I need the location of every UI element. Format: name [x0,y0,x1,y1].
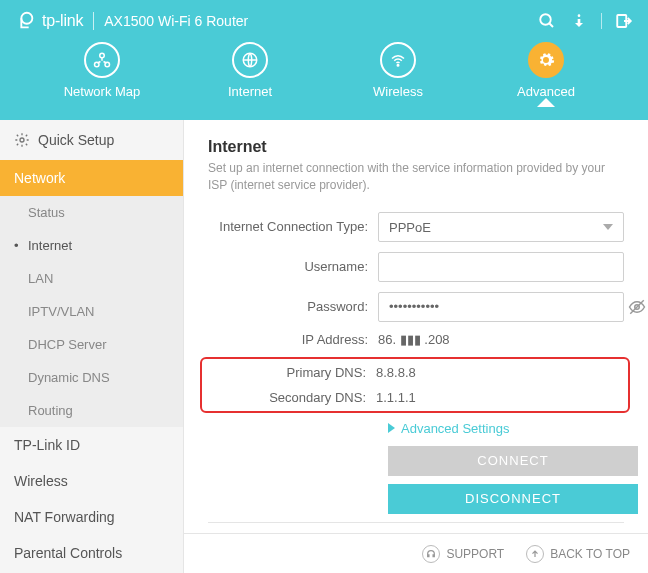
sidebar-sub-iptvvlan[interactable]: IPTV/VLAN [0,295,183,328]
sidebar-sub-ddns[interactable]: Dynamic DNS [0,361,183,394]
sidebar: Quick Setup Network Status Internet LAN … [0,120,184,573]
update-icon[interactable] [569,11,589,31]
arrow-up-icon [526,545,544,563]
sidebar-sub-routing[interactable]: Routing [0,394,183,427]
nav-network-map[interactable]: Network Map [57,42,147,99]
main-area: Quick Setup Network Status Internet LAN … [0,120,648,573]
row-primary-dns: Primary DNS: 8.8.8.8 [206,365,624,380]
support-label: SUPPORT [446,547,504,561]
nav-label: Wireless [373,84,423,99]
logout-icon[interactable] [614,11,634,31]
value-primary-dns: 8.8.8.8 [376,365,624,380]
nav-advanced[interactable]: Advanced [501,42,591,99]
triangle-right-icon [388,423,395,433]
sidebar-item-tplinkid[interactable]: TP-Link ID [0,427,183,463]
tplink-logo-icon [14,10,36,32]
gear-icon [537,51,555,69]
label-secondary-dns: Secondary DNS: [206,390,376,405]
top-nav: Network Map Internet Wireless Advanced [0,42,648,99]
header-divider [93,12,94,30]
brand-text: tp-link [42,12,83,30]
connect-button[interactable]: CONNECT [388,446,638,476]
section-separator [208,522,624,523]
logo-block: tp-link [14,10,83,32]
svg-line-2 [549,23,553,27]
nav-label: Internet [228,84,272,99]
support-link[interactable]: SUPPORT [422,545,504,563]
globe-icon [241,51,259,69]
svg-point-9 [397,65,399,67]
label-ip: IP Address: [208,332,378,347]
svg-point-3 [578,14,581,17]
sidebar-quick-setup[interactable]: Quick Setup [0,120,183,160]
label-conn-type: Internet Connection Type: [208,219,378,234]
input-username[interactable] [378,252,624,282]
model-name: AX1500 Wi-Fi 6 Router [104,13,248,29]
header: tp-link AX1500 Wi-Fi 6 Router Network Ma… [0,0,648,120]
footer: SUPPORT BACK TO TOP [184,533,648,573]
network-map-icon [93,51,111,69]
header-bar: tp-link AX1500 Wi-Fi 6 Router [0,0,648,42]
dns-highlight-box: Primary DNS: 8.8.8.8 Secondary DNS: 1.1.… [200,357,630,413]
headset-icon [422,545,440,563]
gear-outline-icon [14,132,30,148]
advanced-settings-toggle[interactable]: Advanced Settings [388,421,624,436]
disconnect-button[interactable]: DISCONNECT [388,484,638,514]
value-ip: 86. ▮▮▮ .208 [378,332,624,347]
label-primary-dns: Primary DNS: [206,365,376,380]
header-separator [601,13,602,29]
select-conn-type-value: PPPoE [389,220,431,235]
wifi-icon [389,51,407,69]
svg-point-0 [21,13,32,24]
sidebar-item-parental[interactable]: Parental Controls [0,535,183,571]
page-description: Set up an internet connection with the s… [208,160,624,194]
nav-label: Advanced [517,84,575,99]
row-username: Username: [208,252,624,282]
row-ip: IP Address: 86. ▮▮▮ .208 [208,332,624,347]
svg-point-1 [540,14,551,25]
sidebar-sub-internet[interactable]: Internet [0,229,183,262]
select-conn-type[interactable]: PPPoE [378,212,624,242]
advanced-settings-label: Advanced Settings [401,421,509,436]
row-conn-type: Internet Connection Type: PPPoE [208,212,624,242]
eye-off-icon[interactable] [628,298,646,320]
sidebar-quick-setup-label: Quick Setup [38,132,114,148]
search-icon[interactable] [537,11,557,31]
value-secondary-dns: 1.1.1.1 [376,390,624,405]
row-password: Password: [208,292,624,322]
svg-point-10 [20,138,24,142]
row-secondary-dns: Secondary DNS: 1.1.1.1 [206,390,624,405]
sidebar-item-network[interactable]: Network [0,160,183,196]
sidebar-item-natforwarding[interactable]: NAT Forwarding [0,499,183,535]
nav-internet[interactable]: Internet [205,42,295,99]
label-password: Password: [208,299,378,314]
label-username: Username: [208,259,378,274]
chevron-down-icon [603,224,613,230]
sidebar-sub-dhcp[interactable]: DHCP Server [0,328,183,361]
sidebar-sub-lan[interactable]: LAN [0,262,183,295]
page-title: Internet [208,138,624,156]
back-to-top-link[interactable]: BACK TO TOP [526,545,630,563]
nav-wireless[interactable]: Wireless [353,42,443,99]
nav-label: Network Map [64,84,141,99]
sidebar-item-wireless[interactable]: Wireless [0,463,183,499]
sidebar-network-sub: Status Internet LAN IPTV/VLAN DHCP Serve… [0,196,183,427]
svg-point-5 [100,53,105,58]
content-panel: Internet Set up an internet connection w… [184,120,648,573]
sidebar-sub-status[interactable]: Status [0,196,183,229]
input-password[interactable] [378,292,624,322]
back-to-top-label: BACK TO TOP [550,547,630,561]
